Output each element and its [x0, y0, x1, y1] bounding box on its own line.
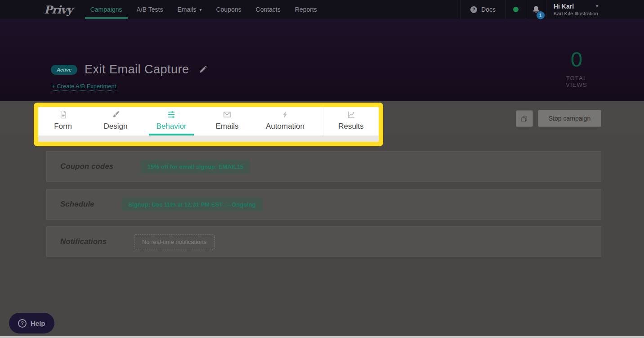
nav-items: Campaigns A/B Tests Emails ▾ Coupons Con…	[90, 0, 317, 19]
tab-design[interactable]: Design	[88, 107, 143, 135]
schedule-row: Schedule Signup: Dec 11th at 12:31 PM ES…	[46, 189, 601, 220]
chevron-down-icon: ▾	[199, 7, 201, 12]
docs-link[interactable]: ? Docs	[460, 0, 505, 19]
question-circle-icon: ?	[470, 6, 477, 13]
nav-item-reports[interactable]: Reports	[295, 0, 317, 19]
status-indicator-cell	[505, 0, 526, 19]
nav-right: ? Docs 1 Hi Karl Karl Kite Illustration …	[460, 0, 644, 19]
total-views-stat: 0 TOTAL VIEWS	[556, 49, 597, 88]
total-views-value: 0	[556, 49, 597, 70]
notification-count-badge: 1	[537, 11, 545, 19]
schedule-label: Schedule	[60, 200, 94, 209]
create-ab-experiment-link[interactable]: + Create A/B Experiment	[52, 83, 116, 91]
tab-automation[interactable]: Automation	[255, 107, 315, 135]
nav-item-emails-label: Emails	[177, 6, 196, 13]
question-circle-icon: ?	[18, 319, 27, 328]
sliders-icon	[167, 110, 176, 119]
tab-automation-label: Automation	[266, 122, 304, 131]
tab-bar-lower-strip	[38, 135, 379, 142]
stop-campaign-button[interactable]: Stop campaign	[538, 110, 601, 127]
edit-pencil-icon[interactable]	[198, 65, 207, 74]
campaign-title: Exit Email Capture	[85, 63, 189, 77]
coupon-code-chip[interactable]: 15% off for email signup: EMAIL15	[141, 160, 250, 174]
top-nav: Privy Campaigns A/B Tests Emails ▾ Coupo…	[0, 0, 644, 19]
nav-item-contacts[interactable]: Contacts	[256, 0, 281, 19]
highlight-box: Form Design Behavior Emails	[34, 103, 383, 146]
chevron-down-icon: ▾	[596, 4, 598, 9]
nav-item-ab-tests[interactable]: A/B Tests	[137, 0, 163, 19]
status-badge: Active	[51, 65, 77, 75]
tab-emails[interactable]: Emails	[199, 107, 255, 135]
coupon-codes-label: Coupon codes	[60, 162, 113, 171]
nav-item-coupons[interactable]: Coupons	[216, 0, 241, 19]
copy-icon	[520, 115, 528, 123]
tab-form[interactable]: Form	[38, 107, 88, 135]
user-menu[interactable]: Hi Karl Karl Kite Illustration ▾	[546, 0, 644, 19]
docs-label: Docs	[481, 6, 496, 13]
nav-item-campaigns[interactable]: Campaigns	[90, 0, 122, 19]
campaign-title-block: Active Exit Email Capture + Create A/B E…	[51, 63, 207, 91]
privy-logo[interactable]: Privy	[44, 0, 72, 19]
coupon-codes-row: Coupon codes 15% off for email signup: E…	[46, 151, 601, 182]
schedule-chip[interactable]: Signup: Dec 11th at 12:31 PM EST — Ongoi…	[122, 198, 263, 212]
user-organization: Karl Kite Illustration	[554, 10, 598, 17]
tab-behavior-label: Behavior	[156, 122, 186, 131]
document-icon	[59, 110, 67, 119]
notifications-button[interactable]: 1	[526, 0, 546, 19]
line-chart-icon	[347, 110, 356, 119]
total-views-label: TOTAL VIEWS	[556, 75, 597, 88]
nav-item-emails[interactable]: Emails ▾	[177, 0, 201, 19]
envelope-icon	[223, 110, 232, 119]
notifications-setting-button[interactable]: No real-time notifications	[134, 234, 215, 249]
help-label: Help	[31, 320, 45, 327]
campaign-tabs: Form Design Behavior Emails	[38, 107, 379, 135]
notifications-row: Notifications No real-time notifications	[46, 226, 601, 257]
brush-icon	[112, 110, 120, 119]
notifications-label: Notifications	[60, 237, 107, 246]
tab-results[interactable]: Results	[323, 107, 379, 135]
campaign-header: Active Exit Email Capture + Create A/B E…	[0, 19, 644, 101]
tab-emails-label: Emails	[215, 122, 238, 131]
tab-form-label: Form	[54, 122, 72, 131]
tab-results-label: Results	[338, 122, 364, 131]
duplicate-campaign-button[interactable]	[516, 110, 533, 127]
help-button[interactable]: ? Help	[9, 313, 54, 333]
tab-design-label: Design	[104, 122, 128, 131]
status-dot-icon	[513, 7, 519, 12]
user-greeting: Hi Karl	[554, 3, 574, 10]
bolt-icon	[281, 110, 289, 119]
behavior-settings-panel: Coupon codes 15% off for email signup: E…	[0, 135, 644, 338]
tab-behavior[interactable]: Behavior	[143, 107, 199, 135]
window-bottom-edge	[0, 336, 644, 338]
